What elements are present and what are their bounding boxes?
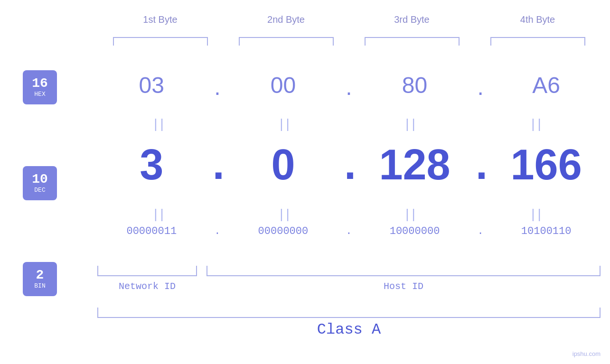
bin-badge: 2 BIN (23, 262, 57, 296)
hex-dot-1: . (213, 74, 222, 100)
host-bracket (206, 266, 601, 276)
class-bracket (97, 308, 601, 318)
dec-value-1: 3 (104, 143, 199, 186)
equals-dec-2: || (239, 206, 334, 222)
top-brackets (97, 37, 601, 46)
watermark: ipshu.com (572, 350, 601, 357)
dec-dot-1: . (213, 140, 222, 189)
main-container: 16 HEX 10 DEC 2 BIN 1st Byte 2nd Byte 3r… (0, 0, 610, 364)
dec-dot-3: . (476, 140, 485, 189)
bin-dot-3: . (476, 225, 485, 237)
network-id-label: Network ID (97, 281, 197, 292)
equals-dec-1: || (113, 206, 208, 222)
hex-badge: 16 HEX (23, 70, 57, 104)
top-bracket-3 (365, 37, 460, 46)
hex-dot-3: . (476, 74, 485, 100)
hex-value-3: 80 (367, 72, 462, 98)
equals-dec-3: || (365, 206, 460, 222)
bin-value-2: 00000000 (235, 225, 330, 237)
equals-hex-1: || (113, 116, 208, 131)
bottom-brackets (97, 266, 601, 276)
bin-dot-2: . (344, 225, 354, 237)
label-row: Network ID Host ID (97, 281, 601, 292)
equals-hex-2: || (239, 116, 334, 131)
hex-value-4: A6 (499, 72, 594, 98)
byte-header-4: 4th Byte (490, 14, 585, 25)
bin-value-4: 10100110 (499, 225, 594, 237)
equals-hex-4: || (490, 116, 585, 131)
equals-row-dec: || || || || (97, 206, 601, 222)
bin-value-3: 10000000 (367, 225, 462, 237)
byte-headers-row: 1st Byte 2nd Byte 3rd Byte 4th Byte (97, 14, 601, 25)
dec-dot-2: . (344, 140, 354, 189)
byte-header-3: 3rd Byte (365, 14, 460, 25)
dec-value-2: 0 (235, 143, 330, 186)
equals-hex-3: || (365, 116, 460, 131)
bin-value-1: 00000011 (104, 225, 199, 237)
class-label: Class A (97, 321, 601, 338)
hex-row: 03 . 00 . 80 . A6 (97, 70, 601, 100)
bin-dot-1: . (213, 225, 222, 237)
dec-value-3: 128 (367, 143, 462, 186)
hex-value-2: 00 (235, 72, 330, 98)
equals-row-hex: || || || || (97, 116, 601, 131)
top-bracket-4 (490, 37, 585, 46)
class-bracket-container: Class A (97, 308, 601, 338)
host-id-label: Host ID (206, 281, 601, 292)
bin-row: 00000011 . 00000000 . 10000000 . 1010011… (97, 225, 601, 237)
hex-dot-2: . (344, 74, 354, 100)
badges-column: 16 HEX 10 DEC 2 BIN (23, 70, 57, 296)
byte-header-2: 2nd Byte (239, 14, 334, 25)
dec-value-4: 166 (499, 143, 594, 186)
top-bracket-1 (113, 37, 208, 46)
byte-header-1: 1st Byte (113, 14, 208, 25)
equals-dec-4: || (490, 206, 585, 222)
network-bracket (97, 266, 197, 276)
hex-value-1: 03 (104, 72, 199, 98)
dec-badge: 10 DEC (23, 166, 57, 200)
top-bracket-2 (239, 37, 334, 46)
dec-row: 3 . 0 . 128 . 166 (97, 140, 601, 189)
content-area: 1st Byte 2nd Byte 3rd Byte 4th Byte 03 .… (66, 0, 610, 364)
